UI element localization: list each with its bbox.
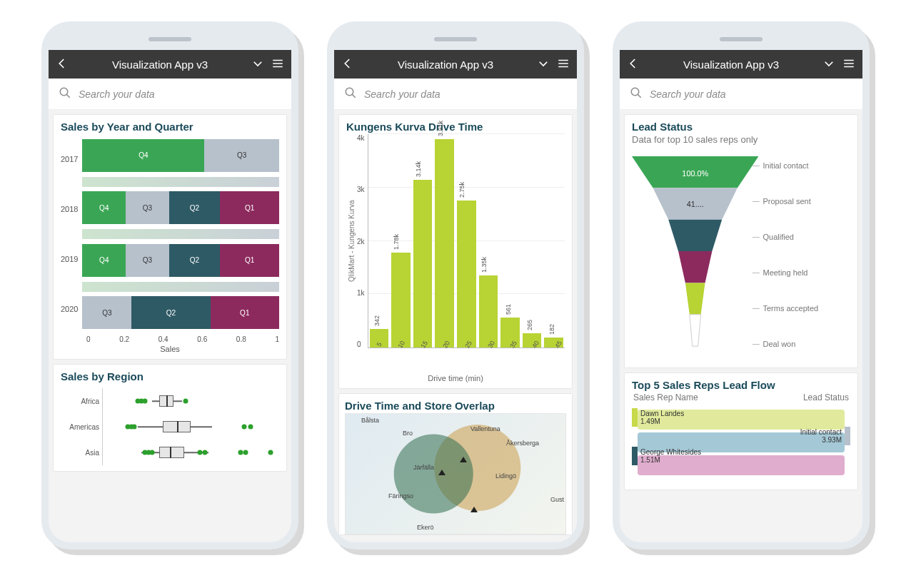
phone-1: Visualization App v3 Search your data Sa… [41,21,298,549]
screen: Visualization App v3 Search your data Sa… [49,50,291,542]
lead-status-card[interactable]: Lead Status Data for top 10 sales reps o… [624,114,858,368]
back-icon[interactable] [627,57,640,72]
sankey-chart: Dawn Landes1.49M George Whitesides1.51M … [632,405,850,484]
phone-2: Visualization App v3 Search your data Ku… [327,21,584,549]
bars-x-label: Drive time (min) [346,361,565,382]
map-label: Lidingö [495,472,516,480]
chart-title: Kungens Kurva Drive Time [346,121,565,133]
bars-plot: 342 1.78k 3.14k 3.91k 2.75k 1.35k 561 26… [368,134,565,348]
funnel-chart: 100.0% 41.... [632,148,758,362]
svg-text:100.0%: 100.0% [682,169,708,178]
funnel-legend: Initial contact Proposal sent Qualified … [758,148,850,362]
sales-by-region-card[interactable]: Sales by Region Africa Americas Asia [53,364,287,472]
marker-icon [438,470,446,475]
chevron-down-icon[interactable] [537,57,550,72]
speaker [720,37,762,41]
screen: Visualization App v3 Search your data Ku… [334,50,577,542]
search-icon [344,86,357,101]
bars-x-ticks: 510 1520 2530 3540 45 [346,348,565,361]
mekko-y-labels: 2017 2018 2019 2020 [61,134,82,334]
app-title: Visualization App v3 [647,59,815,71]
menu-icon[interactable] [271,57,284,72]
svg-marker-18 [678,251,712,283]
map-card[interactable]: Drive Time and Store Overlap Bålsta Bro … [338,393,573,535]
svg-point-13 [631,88,639,96]
map-label: Färingso [388,492,413,500]
chevron-down-icon[interactable] [822,57,835,72]
lead-flow-card[interactable]: Top 5 Sales Reps Lead Flow Sales Rep Nam… [624,372,858,490]
svg-line-9 [352,94,356,98]
map-label: Bålsta [361,417,379,424]
app-bar: Visualization App v3 [49,50,291,78]
chart-title: Sales by Year and Quarter [61,121,279,133]
sankey-headers: Sales Rep Name Lead Status [632,392,850,405]
back-icon[interactable] [341,57,354,72]
app-bar: Visualization App v3 [334,50,577,78]
svg-marker-20 [690,315,701,346]
search-bar[interactable]: Search your data [49,78,291,110]
app-bar: Visualization App v3 [620,50,862,78]
svg-line-4 [66,94,70,98]
search-icon [630,86,643,101]
search-placeholder: Search your data [364,88,441,100]
map-label: Järfälla [413,464,434,471]
bars-y-label: QlikMart - Kungens Kurva [346,134,357,348]
chart-title: Drive Time and Store Overlap [345,400,566,412]
map[interactable]: Bålsta Bro Vallentuna Åkersberga Järfäll… [345,413,566,534]
sankey-node: Dawn Landes1.49M [632,408,718,427]
speaker [434,37,477,41]
mekko-x-ticks: 00.2 0.40.6 0.81 [61,334,279,343]
chart-subtitle: Data for top 10 sales reps only [632,134,850,145]
svg-text:41....: 41.... [687,200,704,208]
mekko-grid: Q4 Q3 Q4 Q3 Q2 Q1 Q4 Q3 Q2 Q1 [82,134,279,334]
map-label: Vallentuna [470,425,500,432]
app-title: Visualization App v3 [361,59,530,71]
menu-icon[interactable] [842,57,855,72]
screen: Visualization App v3 Search your data Le… [620,50,862,542]
bars-y-ticks: 4k3k 2k1k 0 [357,134,368,348]
boxplot: Africa Americas Asia [61,384,279,465]
mekko-x-label: Sales [61,343,279,353]
search-bar[interactable]: Search your data [334,78,577,110]
svg-marker-19 [685,283,705,314]
speaker [149,37,191,41]
sankey-node: Initial contact3.93M [772,427,850,445]
chevron-down-icon[interactable] [251,57,264,72]
marker-icon [470,507,478,512]
app-title: Visualization App v3 [76,59,244,71]
sales-year-quarter-card[interactable]: Sales by Year and Quarter 2017 2018 2019… [53,114,287,360]
svg-point-8 [346,88,353,96]
search-placeholder: Search your data [79,88,155,100]
chart-title: Sales by Region [61,370,279,382]
svg-line-14 [638,94,641,98]
map-label: Gust [550,496,564,503]
phone-3: Visualization App v3 Search your data Le… [613,21,870,549]
menu-icon[interactable] [557,57,570,72]
svg-point-3 [60,88,68,96]
sankey-node: George Whitesides1.51M [632,447,718,465]
search-bar[interactable]: Search your data [620,78,862,110]
map-label: Bro [403,430,413,437]
svg-marker-17 [668,220,722,251]
map-label: Ekerö [417,524,434,531]
chart-title: Lead Status [632,121,850,133]
search-icon [59,86,71,101]
map-label: Åkersberga [506,440,539,447]
marker-icon [460,457,467,462]
back-icon[interactable] [56,57,69,72]
drive-time-card[interactable]: Kungens Kurva Drive Time QlikMart - Kung… [338,114,573,389]
search-placeholder: Search your data [650,88,726,100]
chart-title: Top 5 Sales Reps Lead Flow [632,379,850,391]
